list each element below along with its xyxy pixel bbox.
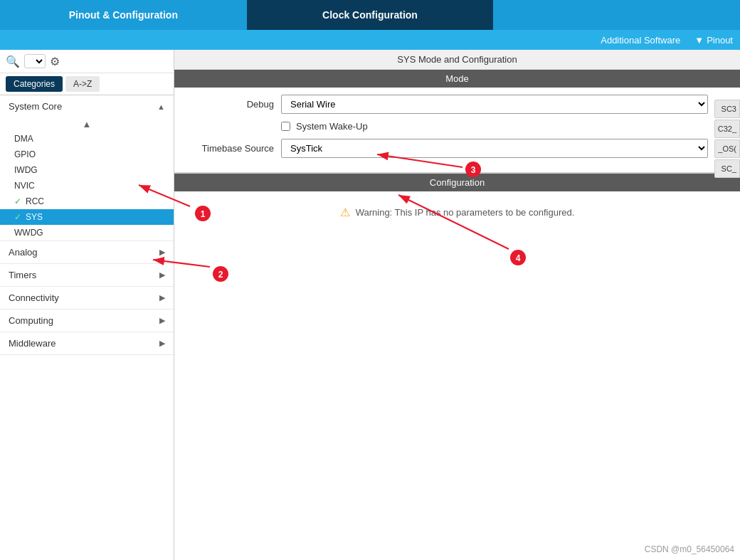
warning-box: ⚠ Warning: This IP has no parameters to … — [174, 191, 740, 233]
nav-item-gpio[interactable]: GPIO — [0, 147, 174, 162]
sub-pinout[interactable]: ▼ Pinout — [694, 35, 733, 46]
panel-title: SYS Mode and Configuration — [174, 50, 740, 70]
wwdg-label: WWDG — [14, 228, 43, 238]
chevron-up-icon: ▲ — [157, 102, 165, 111]
search-icon: 🔍 — [6, 55, 20, 68]
warning-icon: ⚠ — [340, 206, 350, 219]
sys-checkmark: ✓ — [14, 212, 21, 222]
category-middleware: Middleware ▶ — [0, 332, 174, 355]
rcc-label: RCC — [26, 196, 44, 206]
tab-categories[interactable]: Categories — [6, 76, 63, 92]
timebase-label: Timebase Source — [189, 143, 274, 154]
sub-header: Additional Software ▼ Pinout — [0, 30, 740, 50]
config-section: Configuration ⚠ Warning: This IP has no … — [174, 174, 740, 560]
sidebar: 🔍 ⚙ Categories A->Z System Core ▲ ▲ — [0, 50, 174, 560]
chevron-right-icon-timers: ▶ — [159, 270, 165, 280]
gear-icon[interactable]: ⚙ — [50, 55, 60, 68]
system-core-items: ▲ DMA GPIO IWDG NVIC ✓ RCC — [0, 117, 174, 241]
category-analog-header[interactable]: Analog ▶ — [0, 241, 174, 263]
category-analog-label: Analog — [9, 247, 37, 258]
category-analog: Analog ▶ — [0, 241, 174, 264]
system-wakeup-label: System Wake-Up — [296, 121, 368, 132]
tab-extra[interactable] — [493, 0, 740, 30]
mode-section: Mode Debug Serial Wire No Debug JTAG (5 … — [174, 70, 740, 174]
sidebar-search-row: 🔍 ⚙ — [0, 50, 174, 73]
tab-pinout-config[interactable]: Pinout & Configuration — [0, 0, 247, 30]
scroll-up-btn[interactable]: ▲ — [0, 117, 174, 131]
nav-item-dma[interactable]: DMA — [0, 131, 174, 147]
category-computing-header[interactable]: Computing ▶ — [0, 310, 174, 332]
edge-label-3[interactable]: SC_ — [714, 159, 740, 178]
search-dropdown[interactable] — [24, 54, 46, 68]
watermark: CSDN @m0_56450064 — [645, 544, 734, 554]
chevron-right-icon-connectivity: ▶ — [159, 293, 165, 302]
timebase-select[interactable]: SysTick TIM1 TIM2 — [281, 139, 708, 158]
nav-item-sys[interactable]: ✓ SYS — [0, 209, 174, 225]
nav-item-wwdg[interactable]: WWDG — [0, 225, 174, 241]
edge-label-0[interactable]: SC3 — [714, 100, 740, 118]
category-connectivity-header[interactable]: Connectivity ▶ — [0, 287, 174, 309]
nav-item-nvic[interactable]: NVIC — [0, 178, 174, 194]
main-container: 🔍 ⚙ Categories A->Z System Core ▲ ▲ — [0, 50, 740, 560]
category-computing: Computing ▶ — [0, 310, 174, 332]
sys-label: SYS — [26, 212, 43, 222]
timebase-row: Timebase Source SysTick TIM1 TIM2 — [189, 139, 726, 158]
tab-az[interactable]: A->Z — [65, 76, 100, 92]
chevron-right-icon-analog: ▶ — [159, 248, 165, 257]
mode-section-header: Mode — [174, 70, 740, 88]
debug-select[interactable]: Serial Wire No Debug JTAG (5 pins) JTAG … — [281, 95, 708, 114]
chevron-right-icon-computing: ▶ — [159, 316, 165, 325]
category-middleware-label: Middleware — [9, 338, 56, 349]
edge-label-2[interactable]: _OS( — [714, 139, 740, 158]
system-wakeup-checkbox[interactable] — [281, 122, 290, 131]
category-middleware-header[interactable]: Middleware ▶ — [0, 332, 174, 354]
dma-label: DMA — [14, 134, 33, 144]
tab-clock-config[interactable]: Clock Configuration — [247, 0, 494, 30]
category-connectivity: Connectivity ▶ — [0, 287, 174, 310]
chevron-down-icon: ▼ — [694, 35, 704, 46]
gpio-label: GPIO — [14, 149, 36, 159]
chevron-right-icon-middleware: ▶ — [159, 339, 165, 348]
category-system-core: System Core ▲ ▲ DMA GPIO IWDG NVIC — [0, 95, 174, 241]
category-computing-label: Computing — [9, 315, 53, 326]
iwdg-label: IWDG — [14, 165, 38, 175]
top-header: Pinout & Configuration Clock Configurati… — [0, 0, 740, 30]
category-system-core-label: System Core — [9, 101, 62, 112]
nav-item-rcc[interactable]: ✓ RCC — [0, 194, 174, 209]
config-section-header: Configuration — [174, 174, 740, 191]
right-panel: SYS Mode and Configuration Mode Debug Se… — [174, 50, 740, 560]
nav-item-iwdg[interactable]: IWDG — [0, 162, 174, 178]
edge-label-1[interactable]: C32_ — [714, 120, 740, 138]
category-system-core-header[interactable]: System Core ▲ — [0, 95, 174, 117]
rcc-checkmark: ✓ — [14, 196, 21, 206]
debug-row: Debug Serial Wire No Debug JTAG (5 pins)… — [189, 95, 726, 114]
category-connectivity-label: Connectivity — [9, 292, 59, 303]
mode-section-content: Debug Serial Wire No Debug JTAG (5 pins)… — [174, 88, 740, 172]
system-wakeup-row: System Wake-Up — [189, 121, 726, 132]
nvic-label: NVIC — [14, 181, 35, 191]
category-timers-header[interactable]: Timers ▶ — [0, 264, 174, 286]
warning-text: Warning: This IP has no parameters to be… — [356, 207, 575, 218]
debug-label: Debug — [189, 99, 274, 110]
right-edge-labels: SC3 C32_ _OS( SC_ — [714, 100, 740, 179]
sidebar-tabs: Categories A->Z — [0, 73, 174, 95]
category-timers-label: Timers — [9, 270, 36, 280]
category-timers: Timers ▶ — [0, 264, 174, 287]
sidebar-content: System Core ▲ ▲ DMA GPIO IWDG NVIC — [0, 95, 174, 560]
sub-additional-software[interactable]: Additional Software — [601, 35, 680, 46]
